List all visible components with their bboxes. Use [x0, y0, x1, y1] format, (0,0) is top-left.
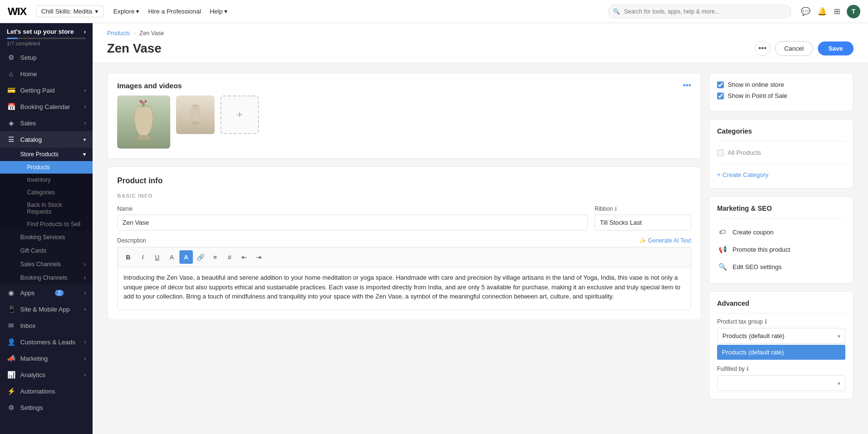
sidebar-item-catalog[interactable]: ☰ Catalog ▾	[0, 131, 93, 148]
images-card: Images and videos •••	[107, 73, 701, 159]
categories-divider	[717, 141, 845, 141]
images-card-menu-button[interactable]: •••	[683, 81, 691, 90]
content-columns: Images and videos •••	[93, 63, 868, 434]
promote-product-item[interactable]: 📢 Promote this product	[717, 241, 845, 258]
search-input[interactable]	[608, 5, 791, 18]
sidebar-item-customers-leads[interactable]: 👤 Customers & Leads ›	[0, 334, 93, 350]
sidebar-sub-store-products[interactable]: Store Products ▾	[0, 148, 93, 161]
italic-button[interactable]: I	[136, 250, 149, 264]
sidebar-item-settings[interactable]: ⚙ Settings	[0, 399, 93, 416]
sidebar-sub-booking-services[interactable]: Booking Services	[0, 231, 93, 244]
breadcrumb-separator: ›	[134, 30, 136, 37]
sidebar-leaf-find-products[interactable]: Find Products to Sell	[0, 218, 93, 231]
indent-left-button[interactable]: ⇤	[237, 250, 251, 264]
images-card-title: Images and videos	[117, 81, 182, 90]
grid-icon[interactable]: ⊞	[834, 7, 840, 16]
messages-icon[interactable]: 💬	[801, 7, 811, 16]
cancel-button[interactable]: Cancel	[775, 41, 813, 56]
highlight-button[interactable]: A	[179, 250, 193, 264]
top-nav-links: Explore ▾ Hire a Professional Help ▾	[113, 8, 228, 15]
catalog-icon: ☰	[7, 136, 15, 143]
svg-point-1	[137, 135, 150, 140]
sidebar-item-automations[interactable]: ⚡ Automations	[0, 383, 93, 399]
ordered-list-button[interactable]: #	[223, 250, 236, 264]
sidebar-item-booking-calendar[interactable]: 📅 Booking Calendar ›	[0, 98, 93, 115]
sidebar-item-inbox[interactable]: ✉ Inbox	[0, 317, 93, 334]
booking-calendar-arrow-icon: ›	[84, 104, 86, 109]
product-info-title: Product info	[117, 176, 691, 185]
seo-icon: 🔍	[717, 261, 728, 272]
setup-icon: ⚙	[7, 54, 15, 61]
description-label: Description	[117, 237, 146, 244]
font-color-button[interactable]: A	[165, 250, 178, 264]
sidebar-item-site-mobile[interactable]: 📱 Site & Mobile App ›	[0, 301, 93, 317]
hire-professional-link[interactable]: Hire a Professional	[148, 8, 201, 15]
ribbon-label: Ribbon ℹ	[595, 205, 691, 212]
fulfilled-by-select[interactable]	[717, 375, 845, 391]
notifications-icon[interactable]: 🔔	[817, 7, 827, 16]
sidebar-item-apps[interactable]: ◉ Apps 2 ›	[0, 285, 93, 301]
analytics-arrow-icon: ›	[84, 372, 86, 378]
link-button[interactable]: 🔗	[194, 250, 207, 264]
sidebar-leaf-products[interactable]: Products	[0, 161, 93, 174]
sales-icon: ◈	[7, 119, 15, 127]
booking-channels-arrow-icon: ›	[84, 274, 86, 281]
sidebar-item-marketing[interactable]: 📣 Marketing ›	[0, 350, 93, 366]
tax-info-icon: ℹ	[765, 318, 767, 325]
sidebar-leaf-back-in-stock[interactable]: Back in Stock Requests	[0, 199, 93, 218]
ribbon-input[interactable]	[595, 215, 691, 231]
advanced-title: Advanced	[717, 299, 845, 307]
sidebar-leaf-categories[interactable]: Categories	[0, 186, 93, 199]
name-input[interactable]	[117, 215, 588, 231]
basic-info-label: BASIC INFO	[117, 193, 691, 199]
sidebar: Let's set up your store › 1/7 completed …	[0, 23, 93, 434]
underline-button[interactable]: U	[150, 250, 164, 264]
show-online-store-checkbox[interactable]	[717, 81, 724, 88]
sidebar-item-setup[interactable]: ⚙ Setup	[0, 49, 93, 66]
main-column: Images and videos •••	[107, 73, 701, 320]
sidebar-item-sales[interactable]: ◈ Sales ›	[0, 115, 93, 131]
help-menu[interactable]: Help ▾	[210, 8, 228, 15]
tax-group-select[interactable]: Products (default rate)	[717, 328, 845, 344]
breadcrumb-products-link[interactable]: Products	[107, 30, 130, 37]
create-coupon-item[interactable]: 🏷 Create coupon	[717, 223, 845, 241]
explore-menu[interactable]: Explore ▾	[113, 8, 139, 15]
description-editor[interactable]: Introducing the Zen Vase, a beautiful an…	[117, 267, 691, 310]
bold-button[interactable]: B	[122, 250, 135, 264]
header-actions: ••• Cancel Save	[755, 41, 854, 56]
sidebar-sub-booking-channels[interactable]: Booking Channels ›	[0, 271, 93, 285]
setup-progress-bar	[7, 38, 86, 39]
help-chevron-icon: ▾	[224, 8, 228, 15]
product-image-main[interactable]	[117, 95, 170, 149]
save-button[interactable]: Save	[818, 41, 854, 55]
site-name-selector[interactable]: Chill Skills: Medita ▾	[36, 5, 104, 17]
vase-image-2	[176, 95, 215, 134]
description-section: Description ✨ Generate AI Text B I U A A	[117, 237, 691, 310]
setup-banner[interactable]: Let's set up your store › 1/7 completed	[0, 23, 93, 49]
svg-point-8	[191, 122, 200, 124]
edit-seo-item[interactable]: 🔍 Edit SEO settings	[717, 258, 845, 275]
product-image-2[interactable]	[176, 95, 215, 134]
show-pos-checkbox[interactable]	[717, 93, 724, 99]
create-category-link[interactable]: + Create Category	[717, 169, 845, 180]
customers-icon: 👤	[7, 338, 15, 346]
tax-selected-option[interactable]: Products (default rate)	[717, 345, 845, 360]
sidebar-item-home[interactable]: ⌂ Home	[0, 66, 93, 82]
getting-paid-arrow-icon: ›	[84, 88, 86, 93]
unordered-list-button[interactable]: ≡	[208, 250, 222, 264]
indent-right-button[interactable]: ⇥	[252, 250, 265, 264]
images-card-header: Images and videos •••	[108, 73, 701, 95]
store-products-submenu: Products Inventory Categories Back in St…	[0, 161, 93, 231]
main-layout: Let's set up your store › 1/7 completed …	[0, 23, 868, 434]
ai-generate-button[interactable]: ✨ Generate AI Text	[639, 237, 691, 244]
sidebar-sub-gift-cards[interactable]: Gift Cards	[0, 244, 93, 258]
sidebar-sub-sales-channels[interactable]: Sales Channels ›	[0, 258, 93, 271]
coupon-icon: 🏷	[717, 227, 728, 237]
sidebar-item-getting-paid[interactable]: 💳 Getting Paid ›	[0, 82, 93, 98]
sidebar-leaf-inventory[interactable]: Inventory	[0, 174, 93, 186]
sidebar-item-analytics[interactable]: 📊 Analytics ›	[0, 366, 93, 383]
add-image-button[interactable]: +	[220, 95, 259, 134]
more-options-button[interactable]: •••	[755, 41, 770, 56]
avatar[interactable]: T	[847, 5, 860, 18]
vase-image-1	[117, 95, 170, 149]
